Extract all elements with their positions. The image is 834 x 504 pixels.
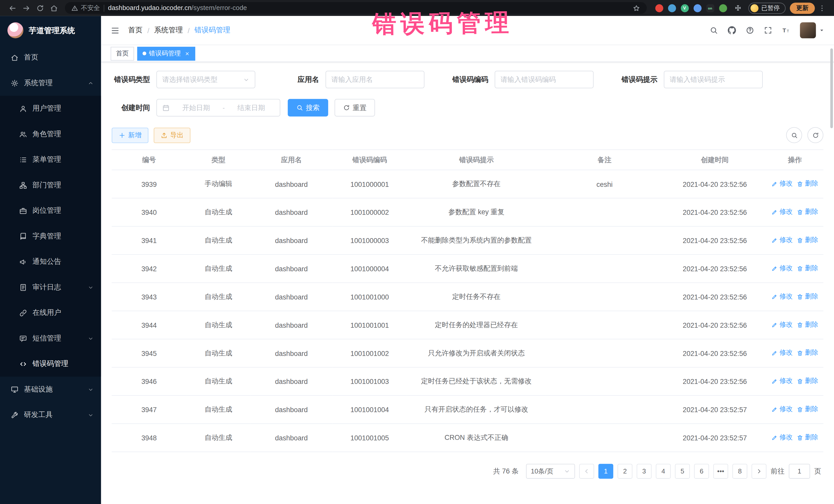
search-icon[interactable] [709, 26, 718, 35]
sidebar-item-list[interactable]: 菜单管理 [0, 147, 101, 172]
edit-link[interactable]: 修改 [771, 292, 793, 301]
toggle-search-button[interactable] [786, 127, 802, 143]
add-button[interactable]: 新增 [112, 127, 148, 143]
edit-link[interactable]: 修改 [771, 320, 793, 329]
sidebar-item-wrench[interactable]: 研发工具 [0, 402, 101, 428]
filter-input[interactable] [156, 71, 255, 88]
browser-extension-icon[interactable]: V [681, 4, 688, 12]
sidebar-item-book[interactable]: 字典管理 [0, 223, 101, 249]
browser-extension-icon[interactable] [719, 4, 727, 12]
page-button-6[interactable]: 6 [694, 464, 709, 479]
fullscreen-icon[interactable] [764, 26, 772, 35]
edit-link[interactable]: 修改 [771, 264, 793, 273]
browser-profile-badge[interactable]: 已暂停 [748, 2, 786, 14]
app-logo[interactable]: 芋道管理系统 [0, 16, 101, 45]
breadcrumb-item[interactable]: 系统管理 [154, 25, 183, 35]
page-button-2[interactable]: 2 [617, 464, 632, 479]
tab[interactable]: 首页 [111, 46, 134, 60]
filter-input-field[interactable] [162, 75, 240, 83]
page-button-1[interactable]: 1 [598, 464, 613, 479]
delete-link[interactable]: 删除 [797, 433, 818, 442]
end-date-input[interactable] [228, 104, 274, 112]
search-button[interactable]: 搜索 [288, 99, 328, 116]
back-button[interactable] [5, 1, 19, 15]
delete-link[interactable]: 删除 [797, 264, 818, 273]
site-security-chip[interactable]: 不安全 [71, 3, 100, 12]
edit-link[interactable]: 修改 [771, 236, 793, 245]
sidebar-item-users[interactable]: 角色管理 [0, 122, 101, 147]
sidebar-item-announcement[interactable]: 通知公告 [0, 249, 101, 274]
scrollbar-thumb[interactable] [830, 48, 833, 128]
sidebar-item-monitor[interactable]: 基础设施 [0, 376, 101, 402]
question-icon[interactable] [746, 26, 754, 35]
page-content: 错误码类型 应用名 [101, 62, 834, 504]
goto-page-input[interactable] [789, 464, 810, 479]
reset-button[interactable]: 重置 [335, 99, 375, 116]
delete-link[interactable]: 删除 [797, 377, 818, 386]
breadcrumb-item[interactable]: 错误码管理 [195, 25, 231, 35]
edit-link[interactable]: 修改 [771, 207, 793, 217]
github-icon[interactable] [727, 26, 736, 35]
edit-link[interactable]: 修改 [771, 377, 793, 386]
edit-link[interactable]: 修改 [771, 433, 793, 442]
forward-button[interactable] [19, 1, 33, 15]
page-button-8[interactable]: 8 [732, 464, 747, 479]
export-button[interactable]: 导出 [154, 127, 191, 143]
sidebar-item-link[interactable]: 在线用户 [0, 300, 101, 325]
sidebar-item-gear[interactable]: 系统管理 [0, 70, 101, 96]
delete-link[interactable]: 删除 [797, 405, 818, 414]
cell-app: dashboard [250, 283, 332, 311]
user-menu[interactable] [800, 22, 824, 38]
page-button-•••[interactable]: ••• [713, 464, 728, 479]
sidebar-item-message[interactable]: 短信管理 [0, 325, 101, 351]
filter-input-field[interactable] [331, 75, 419, 83]
browser-menu-icon[interactable] [815, 1, 829, 15]
page-size-select[interactable]: 10条/页 [526, 464, 575, 479]
next-page-button[interactable] [752, 464, 767, 479]
scrollbar[interactable] [830, 19, 833, 498]
sidebar-item-doc[interactable]: 审计日志 [0, 275, 101, 300]
delete-link[interactable]: 删除 [797, 292, 818, 301]
page-button-5[interactable]: 5 [675, 464, 690, 479]
filter-input[interactable] [325, 71, 424, 88]
prev-page-button[interactable] [579, 464, 594, 479]
delete-link[interactable]: 删除 [797, 179, 818, 188]
page-button-3[interactable]: 3 [637, 464, 652, 479]
filter-input[interactable] [495, 71, 594, 88]
start-date-input[interactable] [173, 104, 219, 112]
sidebar-item-code[interactable]: 错误码管理 [0, 351, 101, 376]
browser-update-button[interactable]: 更新 [790, 2, 815, 14]
edit-link[interactable]: 修改 [771, 349, 793, 357]
sidebar-item-home[interactable]: 首页 [0, 45, 101, 70]
font-size-icon[interactable] [782, 26, 790, 35]
browser-extension-icon[interactable]: on [706, 4, 714, 12]
sidebar-item-briefcase[interactable]: 岗位管理 [0, 198, 101, 223]
breadcrumb-item[interactable]: 首页 [128, 25, 143, 35]
sidebar-item-user[interactable]: 用户管理 [0, 96, 101, 121]
edit-link[interactable]: 修改 [771, 179, 793, 188]
delete-link[interactable]: 删除 [797, 236, 818, 245]
bookmark-star-icon[interactable] [632, 4, 640, 12]
refresh-table-button[interactable] [807, 127, 823, 143]
sidebar-item-org[interactable]: 部门管理 [0, 172, 101, 198]
delete-link[interactable]: 删除 [797, 207, 818, 217]
delete-link[interactable]: 删除 [797, 320, 818, 329]
reload-button[interactable] [33, 1, 47, 15]
edit-link[interactable]: 修改 [771, 405, 793, 414]
browser-extension-icon[interactable] [694, 4, 701, 12]
filter-input-field[interactable] [500, 75, 588, 83]
date-range-picker[interactable]: - [156, 99, 280, 116]
hamburger-icon[interactable] [111, 26, 119, 35]
delete-link[interactable]: 删除 [797, 349, 818, 357]
cell-memo [546, 283, 663, 311]
extensions-menu-icon[interactable] [731, 1, 745, 15]
address-bar[interactable]: 不安全 dashboard.yudao.iocoder.cn/system/er… [65, 2, 646, 14]
browser-extension-icon[interactable] [655, 4, 663, 12]
browser-extension-icon[interactable] [668, 4, 676, 12]
tab-close-icon[interactable] [184, 51, 190, 56]
filter-input-field[interactable] [670, 75, 757, 83]
tab[interactable]: 错误码管理 [137, 46, 195, 60]
browser-home-button[interactable] [47, 1, 61, 15]
filter-input[interactable] [664, 71, 763, 88]
page-button-4[interactable]: 4 [656, 464, 671, 479]
